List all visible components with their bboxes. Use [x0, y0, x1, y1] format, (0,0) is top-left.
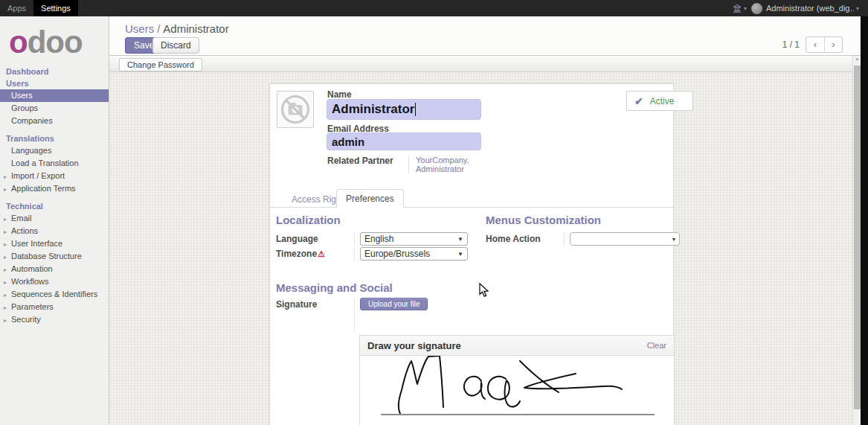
user-menu-label[interactable]: Administrator (web_dig…	[766, 4, 854, 13]
expand-arrow-icon: ▸	[4, 304, 7, 312]
active-label: Active	[650, 96, 675, 106]
user-avatar[interactable]	[751, 3, 762, 14]
active-field: ✔ Active	[626, 91, 693, 111]
signature-pad-title: Draw your signature	[367, 340, 461, 351]
expand-arrow-icon: ▸	[4, 291, 7, 299]
home-action-combobox[interactable]: ▾	[570, 232, 680, 246]
signature-clear-link[interactable]: Clear	[647, 341, 666, 350]
sidebar-item-database-structure[interactable]: ▸Database Structure	[0, 250, 109, 263]
record-pager: 1 / 1 ‹ ›	[782, 36, 843, 53]
chevron-down-icon[interactable]: ▾	[856, 5, 859, 12]
expand-arrow-icon: ▸	[4, 266, 7, 274]
breadcrumb-current: Administrator	[163, 22, 228, 35]
sidebar-section-dashboard[interactable]: Dashboard	[0, 65, 109, 77]
sidebar-item-parameters[interactable]: ▸Parameters	[0, 301, 109, 313]
select-caret-icon: ▼	[457, 251, 463, 258]
language-label: Language	[276, 232, 354, 244]
tab-preferences[interactable]: Preferences	[336, 189, 404, 208]
scrollbar-thumb[interactable]	[854, 65, 861, 409]
text-cursor	[415, 103, 416, 116]
sidebar-item-load-translation[interactable]: Load a Translation	[0, 157, 109, 170]
change-password-button[interactable]: Change Password	[119, 58, 202, 71]
sidebar-item-companies[interactable]: Companies	[0, 115, 109, 127]
form-button-strip: Change Password	[109, 56, 861, 72]
pager-count: 1 / 1	[782, 39, 800, 50]
chevron-down-icon[interactable]: ▾	[744, 5, 747, 12]
sidebar-section-users[interactable]: Users	[0, 77, 109, 89]
control-panel: Users/Administrator Save Discard 1 / 1 ‹…	[109, 16, 861, 56]
select-caret-icon: ▼	[457, 236, 463, 243]
timezone-select[interactable]: Europe/Brussels ▼	[360, 247, 468, 261]
sidebar-item-security[interactable]: ▸Security	[0, 313, 109, 326]
localization-heading: Localization	[276, 214, 341, 226]
sidebar-item-sequences-identifiers[interactable]: ▸Sequences & Identifiers	[0, 288, 109, 301]
name-field-label: Name	[327, 89, 352, 100]
sidebar-item-languages[interactable]: Languages	[0, 144, 109, 157]
pager-next-button[interactable]: ›	[824, 37, 842, 52]
active-checkbox[interactable]: ✔	[634, 95, 643, 107]
expand-arrow-icon: ▸	[4, 240, 7, 249]
menu-settings[interactable]: Settings	[33, 0, 78, 16]
logo-rest: doo	[28, 25, 83, 60]
breadcrumb-users-link[interactable]: Users	[125, 22, 154, 35]
no-camera-icon	[280, 94, 311, 125]
form-sheet: Name Administrator Email Address admin R…	[269, 83, 674, 425]
expand-arrow-icon: ▸	[4, 173, 7, 181]
sidebar: odoo Dashboard Users Users Groups Compan…	[0, 16, 109, 425]
signature-label: Signature	[276, 298, 354, 310]
expand-arrow-icon: ▸	[4, 253, 7, 261]
messaging-social-heading: Messaging and Social	[276, 281, 393, 294]
sidebar-item-workflows[interactable]: ▸Workflows	[0, 275, 109, 288]
select-caret-icon: ▾	[672, 236, 675, 243]
expand-arrow-icon: ▸	[4, 215, 7, 223]
pager-previous-button[interactable]: ‹	[806, 37, 824, 52]
signature-canvas[interactable]	[360, 356, 674, 425]
sidebar-item-users[interactable]: Users	[0, 89, 109, 102]
vertical-scrollbar[interactable]: ▲	[852, 56, 861, 425]
window-edge	[861, 0, 868, 425]
top-menubar: Apps Settings ▾ Administrator (web_dig… …	[0, 0, 868, 16]
related-partner-label: Related Partner	[327, 156, 402, 173]
language-select[interactable]: English ▼	[360, 232, 468, 246]
debug-building-icon[interactable]	[733, 4, 742, 13]
home-action-label: Home Action	[486, 232, 564, 244]
sidebar-section-technical[interactable]: Technical	[0, 200, 109, 212]
sidebar-item-groups[interactable]: Groups	[0, 102, 109, 115]
expand-arrow-icon: ▸	[4, 278, 7, 287]
odoo-logo[interactable]: odoo	[0, 16, 109, 65]
menu-apps[interactable]: Apps	[0, 0, 33, 16]
sidebar-item-application-terms[interactable]: ▸Application Terms	[0, 182, 109, 195]
upload-file-button[interactable]: Upload your file	[360, 298, 428, 310]
discard-button[interactable]: Discard	[152, 37, 199, 54]
sidebar-item-user-interface[interactable]: ▸User Interface	[0, 237, 109, 250]
signature-drawing	[360, 356, 675, 425]
timezone-label: Timezone⚠	[276, 247, 354, 259]
expand-arrow-icon: ▸	[4, 228, 7, 236]
user-image-placeholder[interactable]	[277, 91, 314, 128]
signature-pad: Draw your signature Clear	[359, 335, 675, 425]
timezone-warning-icon: ⚠	[318, 249, 325, 258]
sidebar-item-email[interactable]: ▸Email	[0, 212, 109, 225]
scrollbar-grip-icon[interactable]: ▲	[854, 57, 861, 61]
sidebar-item-actions[interactable]: ▸Actions	[0, 225, 109, 237]
menus-customization-heading: Menus Customization	[486, 214, 601, 226]
name-input[interactable]: Administrator	[327, 99, 481, 120]
notebook-tabs: Access Rights Preferences	[270, 190, 673, 208]
expand-arrow-icon: ▸	[4, 185, 7, 194]
breadcrumb-separator: /	[154, 22, 163, 35]
sidebar-item-import-export[interactable]: ▸Import / Export	[0, 170, 109, 182]
sidebar-section-translations[interactable]: Translations	[0, 132, 109, 144]
odoo-settings-users-screen: Apps Settings ▾ Administrator (web_dig… …	[0, 0, 868, 425]
related-partner-link[interactable]: YourCompany, Administrator	[408, 156, 468, 173]
expand-arrow-icon: ▸	[4, 316, 7, 325]
breadcrumb: Users/Administrator	[125, 22, 229, 35]
email-input[interactable]: admin	[327, 132, 481, 150]
sidebar-item-automation[interactable]: ▸Automation	[0, 263, 109, 275]
